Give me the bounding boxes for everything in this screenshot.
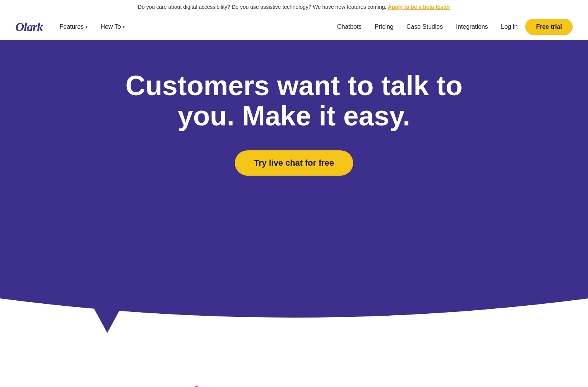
logo[interactable]: Olark [15,20,43,34]
hero-wrapper: Customers want to talk to you. Make it e… [0,40,588,337]
navigation: Olark Features ▾ How To ▾ Chatbots Prici… [0,14,588,40]
nav-integrations[interactable]: Integrations [450,20,493,33]
nav-left-items: Features ▾ How To ▾ [54,20,130,33]
nav-chatbots[interactable]: Chatbots [332,20,367,33]
below-title: Listen. Learn. Improve. [15,382,573,387]
beta-tester-link[interactable]: Apply to be a beta tester [388,4,450,10]
hero-title: Customers want to talk to you. Make it e… [122,71,467,131]
hero-cta-button[interactable]: Try live chat for free [235,150,353,176]
nav-free-trial-button[interactable]: Free trial [525,19,573,35]
hero-section: Customers want to talk to you. Make it e… [0,40,588,252]
below-section: Listen. Learn. Improve. Olark's live cha… [0,336,588,387]
hero-curve-divider [0,252,588,337]
nav-how-to[interactable]: How To ▾ [95,20,130,33]
svg-marker-0 [84,291,130,333]
nav-case-studies[interactable]: Case Studies [401,20,448,33]
how-to-chevron-icon: ▾ [123,25,125,30]
features-chevron-icon: ▾ [85,25,88,30]
nav-pricing[interactable]: Pricing [369,20,399,33]
nav-right-items: Chatbots Pricing Case Studies Integratio… [332,19,573,35]
below-content: Listen. Learn. Improve. Olark's live cha… [0,336,588,387]
announcement-text: Do you care about digital accessibility?… [138,4,387,10]
nav-login[interactable]: Log in [496,20,523,33]
announcement-bar: Do you care about digital accessibility?… [0,0,588,14]
nav-features[interactable]: Features ▾ [54,20,93,33]
